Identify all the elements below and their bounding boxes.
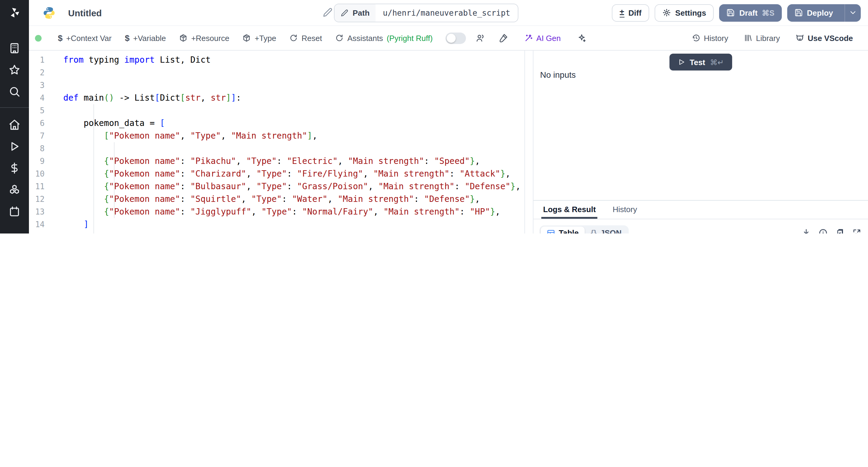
deploy-button[interactable]: Deploy bbox=[787, 4, 861, 21]
add-resource-button[interactable]: +Resource bbox=[173, 30, 236, 46]
line-number: 12 bbox=[29, 193, 44, 206]
code-line[interactable]: 13 {"Pokemon name": "Jigglypuff", "Type"… bbox=[29, 206, 524, 218]
vscode-goggles-icon bbox=[796, 34, 804, 42]
expand-fullscreen-icon[interactable] bbox=[852, 228, 861, 234]
sidebar bbox=[0, 0, 29, 234]
code-text: pokemon_data = [ bbox=[63, 117, 165, 130]
code-line[interactable]: 6 pokemon_data = [ bbox=[29, 117, 524, 130]
line-number: 13 bbox=[29, 206, 44, 218]
info-icon[interactable] bbox=[818, 228, 828, 234]
favorites-star-icon[interactable] bbox=[0, 59, 29, 81]
view-json-label: JSON bbox=[600, 228, 621, 234]
draft-button[interactable]: Draft ⌘S bbox=[719, 4, 781, 21]
gear-icon bbox=[662, 8, 671, 17]
sidebar-divider bbox=[0, 107, 29, 108]
code-line[interactable]: 4def main() -> List[Dict[str, str]]: bbox=[29, 92, 524, 104]
search-icon[interactable] bbox=[0, 81, 29, 102]
code-line[interactable]: 14 ] bbox=[29, 218, 524, 231]
line-number: 11 bbox=[29, 180, 44, 193]
add-type-button[interactable]: +Type bbox=[236, 30, 283, 46]
save-icon bbox=[727, 8, 735, 17]
code-line[interactable]: 8 bbox=[29, 142, 524, 155]
multiplayer-toggle[interactable] bbox=[445, 32, 466, 44]
add-variable-button[interactable]: $ +Variable bbox=[118, 30, 173, 46]
add-context-var-button[interactable]: $ +Context Var bbox=[51, 30, 118, 46]
line-number: 14 bbox=[29, 218, 44, 231]
wand-icon bbox=[524, 34, 533, 42]
action-toolbar: $ +Context Var $ +Variable +Resource +Ty… bbox=[29, 26, 868, 51]
resources-boxes-icon[interactable] bbox=[0, 179, 29, 201]
panel-splitter[interactable] bbox=[524, 51, 533, 234]
runs-play-icon[interactable] bbox=[0, 135, 29, 157]
tab-history[interactable]: History bbox=[611, 205, 639, 219]
deploy-dropdown-chevron[interactable] bbox=[844, 4, 861, 21]
variables-dollar-icon[interactable] bbox=[0, 157, 29, 179]
code-line[interactable]: 1from typing import List, Dict bbox=[29, 54, 524, 66]
view-table-label: Table bbox=[559, 228, 579, 234]
package-icon bbox=[243, 34, 251, 42]
json-braces-icon: {} bbox=[591, 229, 596, 234]
add-variable-label: +Variable bbox=[133, 33, 166, 42]
history-clock-icon bbox=[692, 34, 700, 42]
view-toggle: Table {} JSON bbox=[539, 225, 629, 234]
no-inputs-text: No inputs bbox=[540, 70, 576, 80]
deploy-label: Deploy bbox=[807, 8, 833, 17]
download-result-icon[interactable] bbox=[802, 228, 811, 234]
assistants-button[interactable]: Assistants (Pyright Ruff) bbox=[329, 30, 439, 46]
path-label: Path bbox=[352, 8, 370, 18]
library-button[interactable]: Library bbox=[737, 30, 786, 46]
code-line[interactable]: 2 bbox=[29, 66, 524, 79]
test-label: Test bbox=[689, 58, 705, 67]
sparkles-icon[interactable] bbox=[577, 33, 587, 43]
line-number: 1 bbox=[29, 54, 44, 66]
line-number: 7 bbox=[29, 130, 44, 142]
code-text: def main() -> List[Dict[str, str]]: bbox=[63, 92, 241, 104]
draft-label: Draft bbox=[739, 8, 758, 17]
edit-summary-pencil-icon[interactable] bbox=[322, 7, 333, 18]
view-table-option[interactable]: Table bbox=[541, 226, 585, 234]
reset-button[interactable]: Reset bbox=[283, 30, 329, 46]
code-line[interactable]: 11 {"Pokemon name": "Bulbasaur", "Type":… bbox=[29, 180, 524, 193]
refresh-icon bbox=[289, 34, 298, 42]
code-line[interactable]: 12 {"Pokemon name": "Squirtle", "Type": … bbox=[29, 193, 524, 206]
result-tabbar: Logs & Result History bbox=[533, 201, 868, 219]
topbar: Untitled Path u/henri/maneuverable_scrip… bbox=[29, 0, 868, 26]
ai-gen-label: AI Gen bbox=[536, 33, 561, 42]
code-text: {"Pokemon name": "Bulbasaur", "Type": "G… bbox=[63, 180, 521, 193]
windmill-logo[interactable] bbox=[0, 4, 29, 22]
schedules-calendar-icon[interactable] bbox=[0, 201, 29, 222]
code-line[interactable]: 7 ["Pokemon name", "Type", "Main strengt… bbox=[29, 130, 524, 142]
assistants-status: (Pyright Ruff) bbox=[387, 33, 433, 42]
multiplayer-users-icon[interactable] bbox=[475, 33, 485, 43]
code-text: from typing import List, Dict bbox=[63, 54, 211, 66]
home-icon[interactable] bbox=[0, 114, 29, 135]
history-button[interactable]: History bbox=[685, 30, 735, 46]
right-panel: Test ⌘↵ No inputs Logs & Result History bbox=[533, 51, 868, 234]
tab-logs-result[interactable]: Logs & Result bbox=[541, 205, 598, 219]
code-line[interactable]: 9 {"Pokemon name": "Pikachu", "Type": "E… bbox=[29, 155, 524, 167]
code-text: {"Pokemon name": "Jigglypuff", "Type": "… bbox=[63, 206, 500, 218]
format-code-brush-icon[interactable] bbox=[498, 33, 508, 43]
code-editor[interactable]: 1from typing import List, Dict234def mai… bbox=[29, 51, 524, 234]
code-line[interactable]: 10 {"Pokemon name": "Charizard", "Type":… bbox=[29, 167, 524, 180]
diff-label: Diff bbox=[628, 8, 641, 17]
view-json-option[interactable]: {} JSON bbox=[585, 226, 627, 234]
library-books-icon bbox=[744, 34, 752, 42]
workspace-icon[interactable] bbox=[0, 37, 29, 59]
code-line[interactable]: 15 bbox=[29, 231, 524, 234]
settings-button[interactable]: Settings bbox=[655, 4, 714, 21]
line-number: 10 bbox=[29, 167, 44, 180]
ai-gen-button[interactable]: AI Gen bbox=[518, 30, 567, 46]
copy-clipboard-icon[interactable] bbox=[835, 228, 844, 234]
test-button[interactable]: Test ⌘↵ bbox=[669, 54, 733, 70]
script-title: Untitled bbox=[68, 7, 102, 18]
diff-button[interactable]: ± Diff bbox=[612, 4, 650, 21]
code-line[interactable]: 3 bbox=[29, 79, 524, 92]
code-text: {"Pokemon name": "Pikachu", "Type": "Ele… bbox=[63, 155, 480, 167]
path-widget[interactable]: Path u/henri/maneuverable_script bbox=[334, 4, 518, 22]
python-language-icon bbox=[42, 6, 56, 20]
test-shortcut: ⌘↵ bbox=[710, 58, 724, 67]
use-vscode-button[interactable]: Use VScode bbox=[789, 30, 860, 46]
code-line[interactable]: 5 bbox=[29, 104, 524, 117]
line-number: 2 bbox=[29, 66, 44, 79]
